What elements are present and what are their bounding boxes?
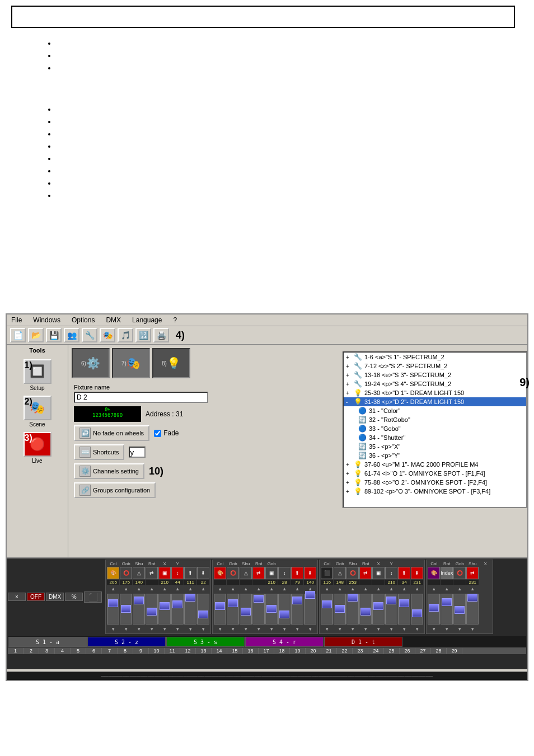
toolbar-save[interactable]: 💾: [46, 328, 62, 342]
fader-thumb-b6[interactable]: [386, 597, 396, 604]
up-r3[interactable]: ▲: [240, 585, 252, 592]
tree-child-33[interactable]: 🔵 33 - "Gobo": [344, 424, 526, 433]
fader-5[interactable]: [158, 594, 171, 624]
arrow-up-7[interactable]: ▲: [184, 585, 196, 592]
fader-b8[interactable]: [411, 594, 423, 624]
fader-r7[interactable]: [291, 594, 303, 624]
expand-icon[interactable]: +: [346, 489, 352, 495]
expand-icon[interactable]: +: [346, 381, 352, 387]
tool-live[interactable]: 3) 🔴 Live: [22, 431, 53, 465]
down-b5[interactable]: ▼: [372, 626, 385, 632]
arrow-up-4[interactable]: ▲: [146, 585, 158, 592]
toolbar-users[interactable]: 👥: [64, 328, 79, 342]
fade-checkbox[interactable]: [154, 430, 161, 437]
tree-item-89-102[interactable]: + 💡 89-102 <p>"O 3"- OMNIYOKE SPOT - [F3…: [344, 487, 526, 496]
down-p4[interactable]: ▼: [466, 626, 479, 632]
fader-p3[interactable]: [453, 594, 466, 624]
tree-item-31-38[interactable]: - 💡 31-38 <p>"D 2"- DREAM LIGHT 150: [344, 397, 526, 406]
up-b6[interactable]: ▲: [385, 585, 397, 592]
fader-2[interactable]: [120, 594, 132, 624]
fader-thumb-p4[interactable]: [467, 594, 477, 602]
tree-child-31[interactable]: 🔵 31 - "Color": [344, 406, 526, 415]
fader-1[interactable]: [107, 594, 119, 624]
arrow-down-4[interactable]: ▼: [146, 626, 158, 632]
fader-7[interactable]: [184, 594, 196, 624]
tree-item-1-6[interactable]: + 🔧 1-6 <a>"S 1"- SPECTRUM_2: [344, 353, 526, 361]
arrow-down-8[interactable]: ▼: [197, 626, 209, 632]
fader-thumb-p2[interactable]: [442, 598, 452, 606]
arrow-up-6[interactable]: ▲: [171, 585, 184, 592]
tree-item-19-24[interactable]: + 🔧 19-24 <p>"S 4"- SPECTRUM_2: [344, 379, 526, 388]
fader-thumb-3[interactable]: [134, 597, 144, 604]
fixture-image-1[interactable]: 6) ⚙️: [72, 348, 110, 378]
groups-btn[interactable]: 🔗 Groups configuration: [74, 482, 156, 498]
arrow-down-2[interactable]: ▼: [120, 626, 132, 632]
down-b3[interactable]: ▼: [346, 626, 359, 632]
fader-btn[interactable]: ⬛: [84, 591, 102, 603]
fader-thumb-7[interactable]: [185, 594, 195, 602]
arrow-down-5[interactable]: ▼: [158, 626, 171, 632]
fader-p4[interactable]: [466, 594, 479, 624]
fader-b1[interactable]: [321, 594, 333, 624]
no-fade-btn[interactable]: ↩️ No fade on wheels: [74, 425, 149, 441]
arrow-up-8[interactable]: ▲: [197, 585, 209, 592]
toolbar-num[interactable]: 🔢: [135, 328, 151, 342]
toolbar-new[interactable]: 📄: [10, 328, 26, 342]
fader-8[interactable]: [197, 594, 209, 624]
fader-thumb-r6[interactable]: [279, 611, 289, 618]
scene-s1[interactable]: S 1 - a: [8, 637, 87, 647]
fader-b6[interactable]: [385, 594, 397, 624]
up-r6[interactable]: ▲: [278, 585, 291, 592]
fader-thumb-8[interactable]: [198, 611, 208, 618]
up-r2[interactable]: ▲: [227, 585, 239, 592]
fader-b3[interactable]: [346, 594, 359, 624]
down-b2[interactable]: ▼: [334, 626, 346, 632]
fader-b2[interactable]: [334, 594, 346, 624]
down-p1[interactable]: ▼: [428, 626, 440, 632]
fader-r1[interactable]: [214, 594, 226, 624]
fader-thumb-1[interactable]: [108, 599, 118, 607]
expand-icon[interactable]: +: [346, 363, 352, 369]
shortcuts-input[interactable]: [129, 447, 146, 458]
fader-thumb-5[interactable]: [160, 602, 170, 610]
fader-thumb-r4[interactable]: [254, 595, 264, 603]
fader-thumb-b5[interactable]: [373, 602, 383, 610]
up-b4[interactable]: ▲: [359, 585, 372, 592]
fader-6[interactable]: [171, 594, 184, 624]
up-p1[interactable]: ▲: [428, 585, 440, 592]
down-b7[interactable]: ▼: [398, 626, 410, 632]
fader-r4[interactable]: [252, 594, 265, 624]
fader-3[interactable]: [133, 594, 145, 624]
menu-options[interactable]: Options: [69, 316, 97, 325]
fader-thumb-r1[interactable]: [215, 602, 225, 610]
fixture-image-2[interactable]: 7) 🎭: [112, 348, 150, 378]
off-btn[interactable]: OFF: [27, 593, 45, 601]
fixture-name-input[interactable]: D 2: [74, 392, 208, 403]
dmx-btn[interactable]: DMX: [46, 593, 64, 601]
tree-child-34[interactable]: 🔵 34 - "Shutter": [344, 433, 526, 442]
fixture-image-3[interactable]: 8) 💡: [152, 348, 190, 378]
expand-icon[interactable]: -: [346, 399, 352, 405]
fader-p2[interactable]: [441, 594, 453, 624]
down-r4[interactable]: ▼: [252, 626, 265, 632]
tree-item-37-60[interactable]: + 💡 37-60 <u>"M 1"- MAC 2000 PROFILE M4: [344, 460, 526, 469]
fader-thumb-r7[interactable]: [292, 597, 302, 604]
fader-thumb-b2[interactable]: [335, 605, 345, 613]
fader-thumb-r3[interactable]: [241, 608, 251, 616]
arrow-up-2[interactable]: ▲: [120, 585, 132, 592]
expand-icon[interactable]: +: [346, 480, 352, 486]
close-btn[interactable]: ×: [8, 593, 26, 601]
fader-r2[interactable]: [227, 594, 239, 624]
down-b1[interactable]: ▼: [321, 626, 333, 632]
down-r6[interactable]: ▼: [278, 626, 291, 632]
up-r4[interactable]: ▲: [252, 585, 265, 592]
tree-item-7-12[interactable]: + 🔧 7-12 <z>"S 2"- SPECTRUM_2: [344, 361, 526, 370]
up-r1[interactable]: ▲: [214, 585, 226, 592]
down-p2[interactable]: ▼: [441, 626, 453, 632]
tree-item-25-30[interactable]: + 💡 25-30 <b>"D 1"- DREAM LIGHT 150: [344, 388, 526, 397]
up-b2[interactable]: ▲: [334, 585, 346, 592]
tree-child-32[interactable]: 🔄 32 - "RotGobo": [344, 415, 526, 424]
fader-r3[interactable]: [240, 594, 252, 624]
fader-thumb-6[interactable]: [172, 600, 182, 608]
down-b4[interactable]: ▼: [359, 626, 372, 632]
